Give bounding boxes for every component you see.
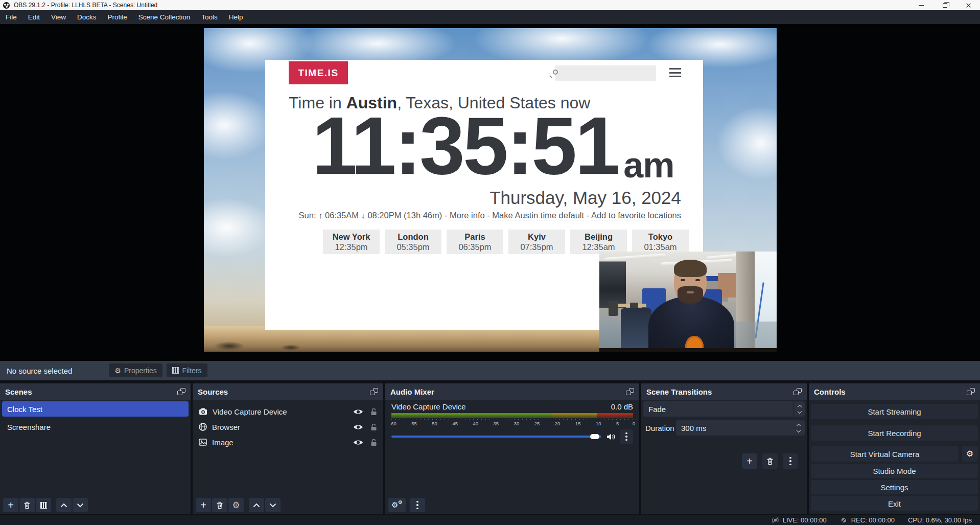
studio-mode-button[interactable]: Studio Mode (811, 464, 978, 478)
person-mouth (687, 291, 694, 293)
mixer-channel-name: Video Capture Device (391, 402, 466, 411)
minimize-icon (919, 5, 924, 6)
clock-display: 11:35:51 am (299, 104, 687, 188)
trash-icon (766, 458, 774, 465)
move-scene-down-button[interactable] (73, 498, 88, 512)
close-button[interactable] (956, 0, 980, 10)
menu-help[interactable]: Help (223, 10, 249, 24)
properties-button[interactable]: ⚙ Properties (109, 363, 162, 377)
audio-mixer-title: Audio Mixer (390, 387, 434, 396)
tick: -25 (533, 421, 540, 426)
source-status-label: No source selected (7, 367, 72, 375)
tick: -55 (410, 421, 417, 426)
add-scene-button[interactable]: + (3, 498, 18, 512)
menu-edit[interactable]: Edit (22, 10, 45, 24)
lock-icon[interactable] (370, 423, 377, 431)
speaker-icon[interactable] (606, 433, 616, 441)
start-streaming-button[interactable]: Start Streaming (811, 404, 978, 419)
mixer-options-button[interactable] (620, 429, 633, 444)
popout-icon[interactable] (967, 388, 975, 395)
start-recording-button[interactable]: Start Recording (811, 425, 978, 441)
source-item-image[interactable]: Image (193, 435, 383, 450)
minimize-button[interactable] (909, 0, 933, 10)
obs-logo-icon (3, 2, 10, 9)
menu-view[interactable]: View (45, 10, 72, 24)
double-gear-icon: ⚙⚙ (391, 500, 403, 510)
mixer-menu-button[interactable] (410, 498, 425, 512)
sources-header: Sources (193, 383, 383, 400)
source-properties-button[interactable]: ⚙ (228, 498, 244, 512)
trash-icon (216, 501, 223, 509)
filters-icon (172, 367, 179, 374)
popout-icon[interactable] (626, 388, 634, 395)
eye-icon[interactable] (353, 439, 363, 446)
eye-icon[interactable] (353, 424, 363, 430)
move-source-down-button[interactable] (265, 498, 281, 512)
start-virtual-camera-button[interactable]: Start Virtual Camera (811, 446, 959, 462)
scenes-toolbar: + (0, 497, 191, 514)
gear-icon: ⚙ (114, 367, 121, 374)
more-info-link: More info (450, 211, 485, 220)
remove-scene-button[interactable] (19, 498, 35, 512)
volume-slider[interactable] (391, 436, 601, 438)
lock-icon[interactable] (370, 439, 377, 446)
preview-canvas[interactable]: TIME.IS Time in Austin, Texas, United St… (204, 28, 777, 352)
move-scene-up-button[interactable] (56, 498, 72, 512)
plus-icon: + (746, 456, 753, 466)
person-hair (674, 260, 707, 277)
virtual-camera-settings-button[interactable]: ⚙ (962, 446, 978, 462)
exit-button[interactable]: Exit (811, 496, 978, 511)
scene-item-screenshare[interactable]: Screenshare (2, 419, 189, 435)
scenes-title: Scenes (5, 387, 32, 396)
scene-filters-button[interactable] (36, 498, 51, 512)
menu-profile[interactable]: Profile (102, 10, 133, 24)
globe-icon (199, 423, 207, 431)
chevron-down-icon (798, 410, 802, 414)
scene-label: Clock Test (7, 405, 42, 414)
timeis-search-input (555, 65, 656, 81)
transition-options-button[interactable] (783, 453, 798, 469)
filters-button[interactable]: Filters (167, 363, 207, 377)
rec-status: REC: 00:00:00 (840, 516, 895, 524)
move-source-up-button[interactable] (249, 498, 264, 512)
duration-spinner[interactable] (797, 423, 805, 433)
menu-docks[interactable]: Docks (72, 10, 102, 24)
menu-scene-collection[interactable]: Scene Collection (133, 10, 196, 24)
popout-icon[interactable] (794, 388, 802, 395)
city-tokyo: Tokyo01:35am (632, 230, 689, 254)
advanced-audio-button[interactable]: ⚙⚙ (388, 498, 406, 512)
lock-icon[interactable] (370, 408, 377, 416)
restore-button[interactable] (933, 0, 956, 10)
transition-spinner[interactable] (794, 401, 805, 417)
volume-meter (391, 413, 633, 416)
menu-tools[interactable]: Tools (196, 10, 223, 24)
cloud (204, 89, 275, 161)
eye-icon[interactable] (353, 408, 363, 415)
tick: -10 (594, 421, 601, 426)
person-beard (678, 286, 703, 304)
tick: -40 (471, 421, 478, 426)
chevron-down-icon (77, 503, 84, 508)
duration-label: Duration (645, 424, 676, 432)
add-transition-button[interactable]: + (742, 453, 757, 469)
audio-mixer-header: Audio Mixer (385, 383, 639, 400)
transition-select[interactable]: Fade (643, 401, 805, 417)
controls-header: Controls (809, 383, 980, 400)
settings-button[interactable]: Settings (811, 480, 978, 494)
source-item-video-capture[interactable]: Video Capture Device (193, 404, 383, 419)
remove-source-button[interactable] (212, 498, 227, 512)
source-item-browser[interactable]: Browser (193, 419, 383, 435)
duration-spinbox[interactable]: 300 ms (676, 420, 805, 436)
volume-slider-handle[interactable] (590, 434, 599, 439)
scene-item-clock-test[interactable]: Clock Test (2, 401, 189, 417)
popout-icon[interactable] (177, 388, 185, 395)
add-source-button[interactable]: + (196, 498, 211, 512)
city-time: 05:35pm (385, 242, 441, 252)
menu-file[interactable]: File (0, 10, 22, 24)
remove-transition-button[interactable] (762, 453, 778, 469)
chevron-up-icon (60, 503, 67, 508)
webcam-source[interactable] (599, 252, 777, 352)
person-torso (648, 296, 734, 349)
live-timer: LIVE: 00:00:00 (783, 516, 827, 524)
popout-icon[interactable] (370, 388, 378, 395)
